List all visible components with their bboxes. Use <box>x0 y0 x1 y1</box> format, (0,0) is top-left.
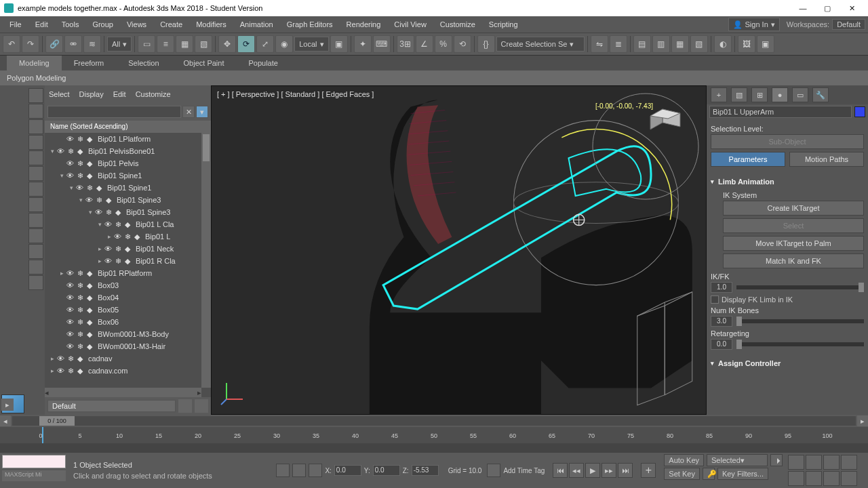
scene-menu-select[interactable]: Select <box>49 90 70 98</box>
z-value[interactable]: -5.53 <box>412 465 439 476</box>
ref-coord-system[interactable]: Local ▾ <box>294 37 328 52</box>
assign-controller-rollout[interactable]: ▾Assign Controller <box>711 357 864 370</box>
render-frame-button[interactable]: ▣ <box>757 35 774 53</box>
select-object-button[interactable]: ▭ <box>138 35 155 53</box>
subobject-button[interactable]: Sub-Object <box>711 134 864 149</box>
menu-customize[interactable]: Customize <box>433 16 482 33</box>
zoom-extents-all-button[interactable] <box>841 455 857 470</box>
redo-button[interactable]: ↷ <box>22 35 39 53</box>
time-ruler[interactable]: 0510152025303540455055606570758085909510… <box>0 427 868 443</box>
display-helpers-icon[interactable] <box>28 166 43 181</box>
orbit-button[interactable] <box>823 471 840 486</box>
pivot-button[interactable]: ▣ <box>330 35 348 53</box>
edit-named-sel-button[interactable]: {} <box>477 35 495 53</box>
hierarchy-tab-icon[interactable]: ⊞ <box>751 87 768 102</box>
key-mode-select[interactable]: Selected ▾ <box>707 454 768 466</box>
numik-value[interactable]: 3.0 <box>711 316 732 327</box>
display-groups-icon[interactable] <box>28 197 43 212</box>
scene-row[interactable]: 👁❄◆BWom0001-M3-Body <box>45 328 211 340</box>
rotate-button[interactable]: ⟳ <box>237 35 255 53</box>
angle-snap-button[interactable]: ∠ <box>416 35 433 53</box>
place-button[interactable]: ◉ <box>275 35 293 53</box>
clear-filter-button[interactable]: ✕ <box>182 106 195 118</box>
scale-button[interactable]: ⤢ <box>256 35 274 53</box>
goto-end-button[interactable]: ⏭ <box>618 463 633 478</box>
scene-row[interactable]: ▸👁❄◆cadnav <box>45 352 211 365</box>
object-name-input[interactable] <box>709 106 852 118</box>
mirror-button[interactable]: ⇋ <box>591 35 608 53</box>
retarget-value[interactable]: 0.0 <box>711 339 732 350</box>
display-all-icon[interactable] <box>28 88 43 103</box>
link-button[interactable]: 🔗 <box>45 35 63 53</box>
scene-tree[interactable]: 👁❄◆Bip01 LPlatform▾👁❄◆Bip01 PelvisBone01… <box>45 133 211 397</box>
scene-column-header[interactable]: Name (Sorted Ascending) <box>45 121 211 133</box>
selection-filter[interactable]: All ▾ <box>107 37 132 52</box>
scene-row[interactable]: 👁❄◆Box03 <box>45 279 211 291</box>
manipulate-button[interactable]: ✦ <box>354 35 372 53</box>
viewport-label[interactable]: [ + ] [ Perspective ] [ Standard ] [ Edg… <box>217 90 374 98</box>
zoom-button[interactable] <box>788 455 804 470</box>
bind-button[interactable]: ≋ <box>83 35 101 53</box>
curve-editor-button[interactable]: ▦ <box>671 35 689 53</box>
expand-trackbar-button[interactable]: ▸ <box>1 399 14 411</box>
object-color-swatch[interactable] <box>854 106 865 117</box>
maximize-button[interactable]: ▢ <box>815 0 840 16</box>
maxscript-mini-input[interactable] <box>2 455 66 468</box>
snap-toggle-button[interactable]: 3⊞ <box>397 35 414 53</box>
menu-tools[interactable]: Tools <box>55 16 86 33</box>
window-crossing-button[interactable]: ▧ <box>195 35 212 53</box>
spinner-snap-button[interactable]: ⟲ <box>454 35 471 53</box>
display-bone-icon[interactable] <box>28 228 43 243</box>
menu-scripting[interactable]: Scripting <box>482 16 525 33</box>
scene-filter-input[interactable] <box>47 106 181 118</box>
ribbon-panel-label[interactable]: Polygon Modeling <box>7 74 66 82</box>
select-name-button[interactable]: ≡ <box>157 35 174 53</box>
ribbon-tab-selection[interactable]: Selection <box>116 56 171 70</box>
display-fk-checkbox[interactable]: Display FK Limb in IK <box>711 296 864 304</box>
percent-snap-button[interactable]: % <box>435 35 452 53</box>
scene-menu-edit[interactable]: Edit <box>113 90 126 98</box>
menu-animation[interactable]: Animation <box>233 16 280 33</box>
signin-dropdown[interactable]: 👤 Sign In ▾ <box>728 18 780 31</box>
menu-views[interactable]: Views <box>120 16 153 33</box>
ikfk-slider[interactable] <box>736 285 864 289</box>
toggle-ribbon-button[interactable]: ▥ <box>652 35 670 53</box>
move-iktarget-button[interactable]: Move IKTarget to Palm <box>723 236 864 251</box>
ikfk-value[interactable]: 1.0 <box>711 282 732 293</box>
maximize-viewport-button[interactable] <box>841 471 857 486</box>
time-slider-next[interactable]: ▸ <box>857 415 868 426</box>
create-tab-icon[interactable]: + <box>711 87 727 102</box>
autokey-toggle[interactable]: Auto Key <box>664 454 704 466</box>
menu-create[interactable]: Create <box>153 16 189 33</box>
time-slider-track[interactable]: 0 / 100 <box>12 416 856 426</box>
scene-row[interactable]: ▸👁❄◆Bip01 L <box>45 230 211 243</box>
menu-graph-editors[interactable]: Graph Editors <box>280 16 340 33</box>
move-button[interactable]: ✥ <box>218 35 236 53</box>
display-hidden-icon[interactable] <box>28 275 43 290</box>
scene-row[interactable]: 👁❄◆Box06 <box>45 316 211 328</box>
next-frame-button[interactable]: ▸▸ <box>601 463 616 478</box>
match-ikfk-button[interactable]: Match IK and FK <box>723 253 864 268</box>
display-lights-icon[interactable] <box>28 135 43 150</box>
modify-tab-icon[interactable]: ▧ <box>731 87 747 102</box>
x-value[interactable]: 0.0 <box>334 465 361 476</box>
scene-row[interactable]: ▾👁❄◆Bip01 L Cla <box>45 218 211 230</box>
display-tab-icon[interactable]: ▭ <box>792 87 808 102</box>
display-cameras-icon[interactable] <box>28 150 43 165</box>
scene-menu-customize[interactable]: Customize <box>136 90 171 98</box>
numik-slider[interactable] <box>736 319 864 323</box>
parameters-button[interactable]: Parameters <box>711 152 785 167</box>
key-mode-icon[interactable]: ⏵ <box>770 454 783 466</box>
utilities-tab-icon[interactable]: 🔧 <box>812 87 829 102</box>
menu-rendering[interactable]: Rendering <box>340 16 388 33</box>
undo-button[interactable]: ↶ <box>3 35 20 53</box>
scene-row[interactable]: 👁❄◆Box04 <box>45 291 211 304</box>
time-slider-prev[interactable]: ◂ <box>0 415 11 426</box>
create-iktarget-button[interactable]: Create IKTarget <box>723 201 864 216</box>
display-shapes-icon[interactable] <box>28 119 43 134</box>
display-frozen-icon[interactable] <box>28 260 43 274</box>
scene-row[interactable]: ▸👁❄◆Bip01 Neck <box>45 243 211 255</box>
scene-scrollbar-h[interactable]: ◂▸ <box>45 388 201 397</box>
coord-display-mode-button[interactable] <box>309 464 322 477</box>
layer-properties-button[interactable] <box>178 399 192 413</box>
